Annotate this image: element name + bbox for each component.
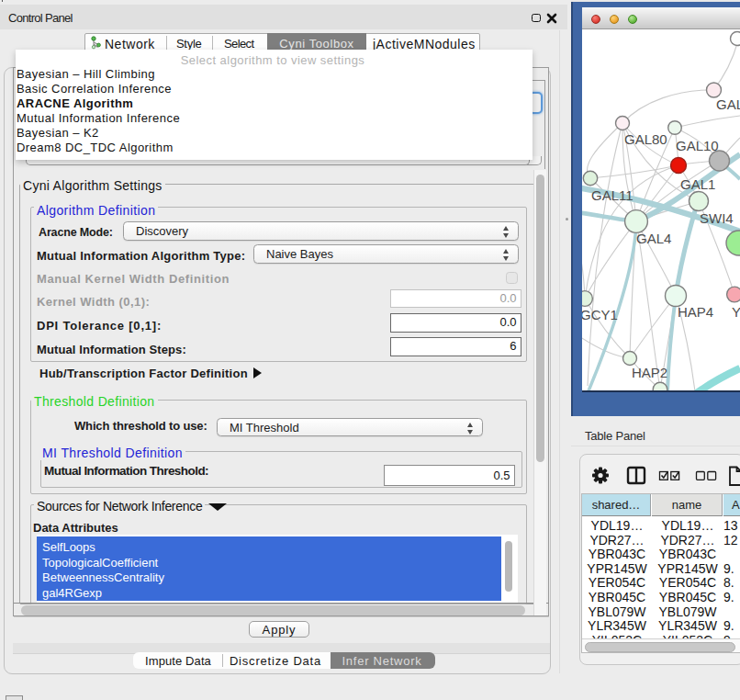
svg-text:GAL4: GAL4	[636, 231, 671, 246]
svg-text:GAL1: GAL1	[680, 176, 715, 192]
svg-text:GAL10: GAL10	[676, 138, 719, 153]
svg-text:YE: YE	[732, 304, 740, 320]
svg-text:GAL11: GAL11	[591, 187, 633, 203]
svg-text:GCY1: GCY1	[582, 307, 618, 322]
svg-text:GAL7: GAL7	[716, 96, 740, 112]
svg-text:HAP2: HAP2	[632, 365, 667, 380]
svg-text:GAL80: GAL80	[624, 131, 667, 147]
svg-text:SWI4: SWI4	[700, 210, 734, 226]
svg-text:HAP4: HAP4	[678, 304, 713, 320]
